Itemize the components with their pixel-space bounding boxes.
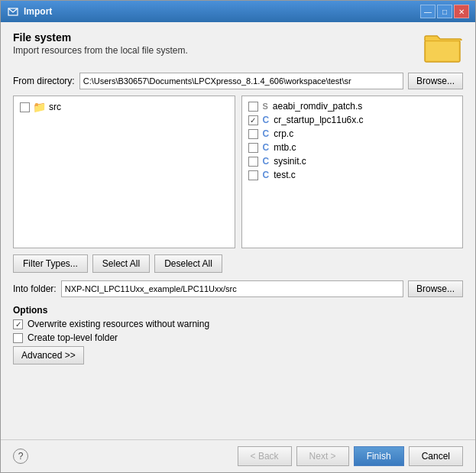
into-folder-input[interactable] (61, 280, 403, 297)
file-panels: 📁 src S aeabi_romdiv_patch.s C cr_startu… (13, 96, 463, 248)
from-directory-input[interactable] (79, 73, 403, 89)
create-top-level-checkbox[interactable] (13, 333, 23, 343)
header-area: File system Import resources from the lo… (13, 31, 463, 65)
create-top-level-label: Create top-level folder (28, 332, 118, 343)
file-checkbox-2[interactable] (248, 129, 258, 139)
svg-rect-2 (426, 42, 458, 60)
file-checkbox-3[interactable] (248, 143, 258, 153)
action-buttons: Filter Types... Select All Deselect All (13, 254, 463, 273)
file-name-1: cr_startup_lpc11u6x.c (274, 115, 363, 125)
src-folder-icon: 📁 (33, 101, 46, 113)
file-item-2[interactable]: C crp.c (245, 127, 460, 141)
finish-button[interactable]: Finish (354, 446, 404, 466)
bottom-bar: ? < Back Next > Finish Cancel (1, 439, 475, 472)
file-item-3[interactable]: C mtb.c (245, 141, 460, 154)
create-top-level-option-row: Create top-level folder (13, 332, 463, 343)
maximize-button[interactable]: □ (437, 5, 452, 18)
bottom-left: ? (13, 449, 28, 464)
file-icon-2: C (263, 128, 270, 139)
file-item-0[interactable]: S aeabi_romdiv_patch.s (245, 99, 460, 113)
cancel-button[interactable]: Cancel (409, 446, 463, 466)
from-directory-browse-button[interactable]: Browse... (408, 73, 463, 89)
file-icon-0: S (263, 102, 268, 111)
file-name-5: test.c (274, 170, 296, 180)
file-name-3: mtb.c (274, 142, 296, 153)
close-button[interactable]: ✕ (454, 5, 469, 18)
file-icon-1: C (263, 115, 270, 125)
file-item-4[interactable]: C sysinit.c (245, 154, 460, 168)
help-icon[interactable]: ? (13, 449, 28, 464)
section-desc: Import resources from the local file sys… (13, 45, 188, 56)
file-checkbox-4[interactable] (248, 157, 258, 167)
overwrite-checkbox[interactable] (13, 319, 23, 329)
file-icon-4: C (263, 156, 270, 167)
window-icon (7, 5, 19, 18)
file-icon-5: C (263, 170, 270, 180)
minimize-button[interactable]: — (420, 5, 436, 18)
into-folder-label: Into folder: (13, 283, 57, 294)
overwrite-label: Overwrite existing resources without war… (28, 319, 209, 329)
back-button[interactable]: < Back (238, 446, 292, 466)
files-panel: S aeabi_romdiv_patch.s C cr_startup_lpc1… (241, 96, 464, 248)
next-button[interactable]: Next > (296, 446, 349, 466)
overwrite-option-row: Overwrite existing resources without war… (13, 319, 463, 329)
file-checkbox-0[interactable] (248, 102, 258, 112)
folder-large-icon (423, 31, 463, 65)
section-title: File system (13, 31, 188, 44)
into-folder-browse-button[interactable]: Browse... (408, 280, 463, 297)
title-bar-left: Import (7, 5, 52, 18)
src-checkbox[interactable] (20, 102, 30, 112)
from-directory-label: From directory: (13, 76, 75, 86)
main-content: File system Import resources from the lo… (1, 22, 475, 439)
file-item-5[interactable]: C test.c (245, 168, 460, 182)
title-controls: — □ ✕ (420, 5, 469, 18)
directory-panel: 📁 src (13, 96, 235, 248)
window-title: Import (24, 6, 52, 17)
src-label: src (49, 102, 61, 112)
bottom-buttons: < Back Next > Finish Cancel (238, 446, 463, 466)
from-directory-row: From directory: Browse... (13, 73, 463, 89)
file-icon-3: C (263, 142, 270, 153)
tree-item-src[interactable]: 📁 src (17, 99, 232, 115)
filter-types-button[interactable]: Filter Types... (13, 254, 88, 273)
deselect-all-button[interactable]: Deselect All (154, 254, 222, 273)
file-name-0: aeabi_romdiv_patch.s (273, 101, 362, 112)
select-all-button[interactable]: Select All (92, 254, 150, 273)
file-checkbox-5[interactable] (248, 170, 258, 180)
options-title: Options (13, 305, 463, 316)
title-bar: Import — □ ✕ (1, 1, 475, 22)
options-section: Options Overwrite existing resources wit… (13, 305, 463, 364)
file-item-1[interactable]: C cr_startup_lpc11u6x.c (245, 113, 460, 127)
header-text: File system Import resources from the lo… (13, 31, 188, 63)
file-checkbox-1[interactable] (248, 115, 258, 125)
file-name-2: crp.c (274, 128, 293, 139)
into-folder-row: Into folder: Browse... (13, 280, 463, 297)
import-dialog: Import — □ ✕ File system Import resource… (0, 0, 476, 473)
advanced-button[interactable]: Advanced >> (13, 346, 84, 364)
file-name-4: sysinit.c (274, 156, 306, 167)
